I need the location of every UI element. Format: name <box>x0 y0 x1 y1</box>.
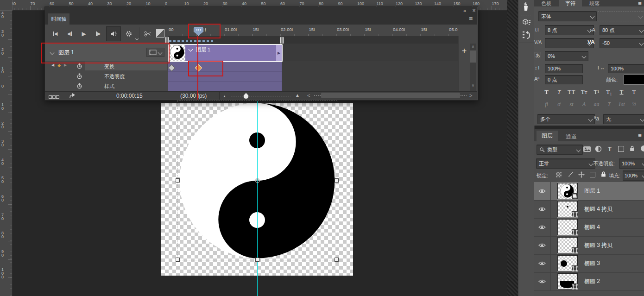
visibility-eye-icon[interactable] <box>538 207 546 212</box>
layer-row[interactable]: 椭圆 3 <box>534 254 644 273</box>
faux-italic-button[interactable]: T <box>553 88 565 96</box>
scroll-right-arrow[interactable]: > <box>469 93 472 98</box>
vscroll-down-arrow[interactable]: ∨ <box>470 83 476 88</box>
ruler-origin-box[interactable] <box>0 0 13 11</box>
layer-row[interactable]: 椭圆 2 <box>534 272 644 291</box>
visibility-eye-icon[interactable] <box>538 189 546 194</box>
stopwatch-icon[interactable] <box>76 73 82 79</box>
ordinals-button[interactable]: 1st <box>615 101 628 108</box>
language-select[interactable]: 多个 <box>537 114 595 124</box>
contextual-alternates-button[interactable]: ơ <box>553 101 565 108</box>
fill-input[interactable]: 100% <box>623 170 644 181</box>
timeline-tab[interactable]: 时间轴 <box>48 13 69 25</box>
font-style-select[interactable] <box>598 11 644 21</box>
horizontal-scale-input[interactable]: 100% <box>608 64 644 73</box>
timeline-hscroll-thumb[interactable] <box>321 93 460 98</box>
filter-adjustment-icon[interactable] <box>595 145 602 152</box>
tab-layers[interactable]: 图层 <box>537 131 558 141</box>
visibility-eye-icon[interactable] <box>538 225 546 230</box>
timeline-vscroll-thumb[interactable] <box>470 50 476 63</box>
add-media-button[interactable]: + <box>459 46 469 56</box>
keyframe-navigator[interactable]: ◀◆▶ <box>51 63 67 68</box>
opacity-input[interactable]: 100% <box>619 158 644 169</box>
work-area-end-handle[interactable] <box>280 37 284 44</box>
lock-transparency-icon[interactable] <box>556 172 562 177</box>
visibility-eye-icon[interactable] <box>538 279 546 284</box>
superscript-button[interactable]: T¹ <box>590 88 603 96</box>
layer-thumbnail[interactable] <box>557 183 578 199</box>
faux-bold-button[interactable]: T <box>540 88 553 96</box>
add-keyframe-icon[interactable]: ◆ <box>57 63 61 68</box>
stylistic-alternates-button[interactable]: aa <box>590 101 603 108</box>
layer-thumbnail[interactable] <box>557 201 578 217</box>
layer-row[interactable]: 椭圆 3 拷贝 <box>534 236 644 255</box>
blend-mode-select[interactable]: 正常 <box>536 158 595 169</box>
discretionary-ligatures-button[interactable]: st <box>565 101 578 108</box>
zoom-in-icon[interactable]: ▲ <box>295 93 300 98</box>
layer-row[interactable]: 椭圆 4 <box>534 218 644 237</box>
lock-pixels-icon[interactable] <box>567 171 574 178</box>
transition-button[interactable] <box>156 29 164 38</box>
video-clip[interactable]: 图层 1 ▶ <box>168 44 283 62</box>
vertical-guide[interactable] <box>257 101 258 296</box>
fractions-button[interactable]: ½ <box>628 101 640 108</box>
previous-frame-button[interactable]: ◀ <box>63 27 76 40</box>
history-panel-icon[interactable] <box>521 31 531 40</box>
strikethrough-button[interactable]: Ŧ <box>628 88 640 96</box>
antialias-select[interactable]: 无 <box>603 114 644 124</box>
swash-button[interactable]: A <box>578 101 590 108</box>
vscroll-up-arrow[interactable]: ∧ <box>470 44 476 49</box>
stopwatch-icon[interactable] <box>76 83 82 89</box>
play-button[interactable]: ▶ <box>77 27 90 40</box>
layer-thumbnail[interactable] <box>557 273 578 290</box>
tab-character[interactable]: 字符 <box>559 0 582 6</box>
lock-all-icon[interactable] <box>600 171 606 177</box>
vertical-scale-input[interactable]: 100% <box>545 64 583 73</box>
next-keyframe-icon[interactable]: ▶ <box>64 63 67 67</box>
panel-menu-icon[interactable]: ≡ <box>467 15 475 22</box>
titling-alternates-button[interactable]: T <box>603 101 615 108</box>
text-color-swatch[interactable] <box>624 75 644 85</box>
small-caps-button[interactable]: Tᴛ <box>578 88 590 96</box>
prev-keyframe-icon[interactable]: ◀ <box>51 63 54 67</box>
scroll-left-arrow[interactable]: < <box>307 93 310 98</box>
lock-position-icon[interactable] <box>578 171 585 178</box>
collapse-panel-icon[interactable]: « <box>461 8 468 13</box>
font-family-select[interactable]: 宋体 <box>538 11 597 21</box>
lock-artboard-icon[interactable] <box>590 172 595 177</box>
tsume-select[interactable]: 0% <box>545 51 588 61</box>
frame-mode-icon[interactable] <box>49 94 60 100</box>
brush-presets-panel-icon[interactable] <box>521 1 530 12</box>
transform-handle-bottom-center[interactable] <box>255 258 259 262</box>
zoom-out-icon[interactable]: ▲ <box>223 94 226 98</box>
layer-row[interactable]: 椭圆 4 拷贝 <box>534 200 644 219</box>
all-caps-button[interactable]: TT <box>565 88 578 96</box>
filter-smart-object-icon[interactable] <box>629 145 635 151</box>
tracking-select[interactable]: -50 <box>600 38 644 48</box>
timeline-zoom-slider[interactable] <box>230 95 290 97</box>
filter-shape-icon[interactable] <box>618 146 624 152</box>
layer-filter-select[interactable]: 类型 <box>537 145 583 155</box>
timeline-settings-button[interactable] <box>122 27 135 40</box>
transform-handle-bottom-left[interactable] <box>176 258 180 262</box>
tab-paragraph[interactable]: 段落 <box>584 0 605 6</box>
split-clip-button[interactable] <box>141 27 154 40</box>
transform-handle-bottom-right[interactable] <box>335 258 339 262</box>
kerning-select[interactable] <box>545 38 594 48</box>
render-export-icon[interactable] <box>69 93 76 99</box>
first-frame-button[interactable]: ◀ <box>49 27 62 40</box>
tab-swatches[interactable]: 色板 <box>536 0 557 6</box>
3d-panel-icon[interactable] <box>521 19 531 28</box>
visibility-eye-icon[interactable] <box>538 243 546 248</box>
character-panel-menu-icon[interactable]: ≡ <box>637 0 643 6</box>
settings-dropdown-chevron[interactable] <box>135 37 139 40</box>
vertical-ruler[interactable]: 403020100102030405060708090100 <box>0 10 13 296</box>
filter-type-icon[interactable]: T <box>608 145 612 152</box>
layer-thumbnail[interactable] <box>557 237 578 253</box>
transform-reference-point[interactable] <box>255 178 260 183</box>
leading-select[interactable]: 80 点 <box>600 25 644 35</box>
clip-collapse-chevron[interactable] <box>189 47 193 52</box>
transform-handle-mid-right[interactable] <box>335 178 339 183</box>
font-size-select[interactable]: 8 点 <box>545 25 594 35</box>
baseline-shift-input[interactable]: 0 点 <box>545 75 583 84</box>
